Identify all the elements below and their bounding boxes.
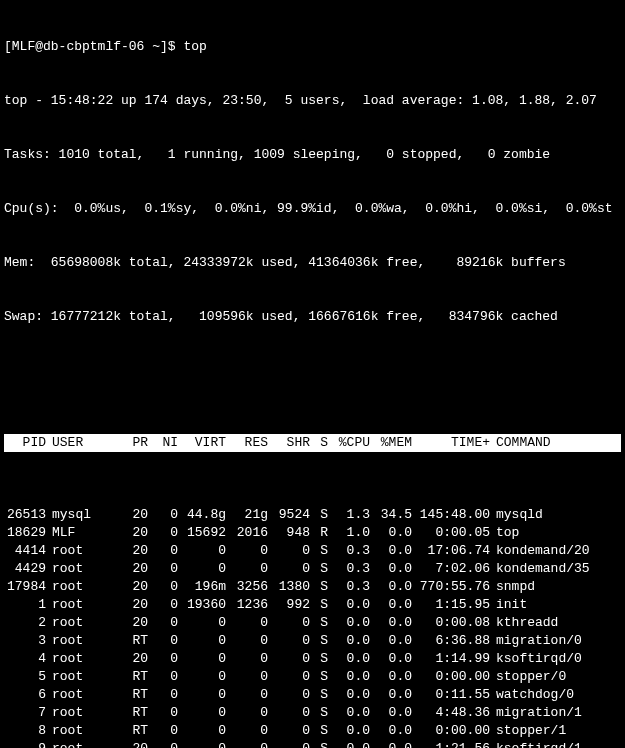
cell-virt: 0 [178,686,226,704]
cell-user: root [46,722,112,740]
cell-s: S [310,560,328,578]
process-row[interactable]: 18629MLF200156922016948R1.00.00:00.05top [4,524,621,542]
cell-res: 21g [226,506,268,524]
cell-res: 3256 [226,578,268,596]
cell-user: root [46,596,112,614]
col-virt: VIRT [178,434,226,452]
col-ni: NI [148,434,178,452]
process-row[interactable]: 1root200193601236992S0.00.01:15.95init [4,596,621,614]
process-row[interactable]: 6rootRT0000S0.00.00:11.55watchdog/0 [4,686,621,704]
cell-pr: RT [112,632,148,650]
cell-cpu: 0.0 [328,596,370,614]
cell-shr: 0 [268,650,310,668]
cell-user: root [46,542,112,560]
cell-pid: 4414 [4,542,46,560]
cell-time: 17:06.74 [412,542,490,560]
cell-cpu: 0.0 [328,740,370,748]
process-row[interactable]: 4429root200000S0.30.07:02.06kondemand/35 [4,560,621,578]
cell-res: 0 [226,542,268,560]
terminal-window[interactable]: [MLF@db-cbptmlf-06 ~]$ top top - 15:48:2… [0,0,625,748]
process-row[interactable]: 3rootRT0000S0.00.06:36.88migration/0 [4,632,621,650]
top-summary-line-1: top - 15:48:22 up 174 days, 23:50, 5 use… [4,92,621,110]
column-header-row: PID USER PR NI VIRT RES SHR S %CPU %MEM … [4,434,621,452]
cell-pr: RT [112,722,148,740]
cell-pr: 20 [112,578,148,596]
cell-user: root [46,686,112,704]
cell-pid: 2 [4,614,46,632]
cell-user: root [46,578,112,596]
cell-command: kthreadd [490,614,621,632]
cell-time: 0:00.00 [412,722,490,740]
cell-command: kondemand/20 [490,542,621,560]
cell-res: 1236 [226,596,268,614]
cell-ni: 0 [148,542,178,560]
cell-res: 0 [226,632,268,650]
cell-res: 0 [226,614,268,632]
cell-pid: 6 [4,686,46,704]
process-row[interactable]: 2root200000S0.00.00:00.08kthreadd [4,614,621,632]
cell-pid: 18629 [4,524,46,542]
cell-virt: 0 [178,704,226,722]
cell-s: S [310,596,328,614]
process-row[interactable]: 4414root200000S0.30.017:06.74kondemand/2… [4,542,621,560]
process-row[interactable]: 7rootRT0000S0.00.04:48.36migration/1 [4,704,621,722]
cell-pid: 8 [4,722,46,740]
process-row[interactable]: 17984root200196m32561380S0.30.0770:55.76… [4,578,621,596]
cell-res: 0 [226,704,268,722]
cell-time: 1:15.95 [412,596,490,614]
cell-shr: 0 [268,542,310,560]
cell-mem: 0.0 [370,686,412,704]
cell-pr: RT [112,668,148,686]
cell-user: root [46,650,112,668]
cell-virt: 0 [178,542,226,560]
cell-mem: 0.0 [370,578,412,596]
cell-cpu: 0.3 [328,560,370,578]
cell-pid: 7 [4,704,46,722]
cell-mem: 0.0 [370,704,412,722]
cell-shr: 0 [268,722,310,740]
cell-pid: 1 [4,596,46,614]
cell-virt: 19360 [178,596,226,614]
cell-pr: 20 [112,542,148,560]
cell-time: 1:14.99 [412,650,490,668]
cell-ni: 0 [148,686,178,704]
cell-cpu: 0.0 [328,704,370,722]
process-row[interactable]: 9root200000S0.00.01:21.56ksoftirqd/1 [4,740,621,748]
cell-virt: 0 [178,560,226,578]
cell-time: 770:55.76 [412,578,490,596]
cell-res: 0 [226,560,268,578]
cell-mem: 0.0 [370,722,412,740]
process-row[interactable]: 4root200000S0.00.01:14.99ksoftirqd/0 [4,650,621,668]
cell-cpu: 1.3 [328,506,370,524]
cell-command: snmpd [490,578,621,596]
cell-virt: 0 [178,668,226,686]
col-mem: %MEM [370,434,412,452]
cell-ni: 0 [148,704,178,722]
cell-command: migration/0 [490,632,621,650]
process-row[interactable]: 5rootRT0000S0.00.00:00.00stopper/0 [4,668,621,686]
cell-pr: 20 [112,524,148,542]
cell-cpu: 0.0 [328,722,370,740]
cell-pid: 9 [4,740,46,748]
cell-mem: 0.0 [370,614,412,632]
cell-s: S [310,614,328,632]
cell-virt: 0 [178,650,226,668]
cell-cpu: 0.0 [328,686,370,704]
cell-res: 0 [226,686,268,704]
cell-cpu: 0.3 [328,542,370,560]
cell-virt: 0 [178,740,226,748]
cell-time: 7:02.06 [412,560,490,578]
cell-res: 0 [226,740,268,748]
cell-s: S [310,722,328,740]
top-summary-line-swap: Swap: 16777212k total, 109596k used, 166… [4,308,621,326]
process-row[interactable]: 8rootRT0000S0.00.00:00.00stopper/1 [4,722,621,740]
cell-shr: 948 [268,524,310,542]
process-row[interactable]: 26513mysql20044.8g21g9524S1.334.5145:48.… [4,506,621,524]
col-pr: PR [112,434,148,452]
cell-s: S [310,740,328,748]
cell-mem: 0.0 [370,650,412,668]
cell-pid: 26513 [4,506,46,524]
cell-command: stopper/0 [490,668,621,686]
cell-user: root [46,704,112,722]
cell-time: 1:21.56 [412,740,490,748]
